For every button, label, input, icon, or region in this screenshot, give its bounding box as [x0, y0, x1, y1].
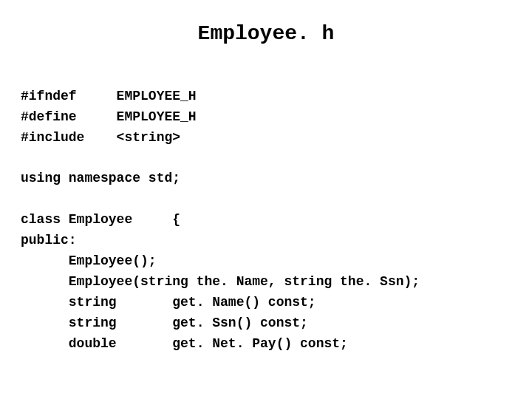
page-title: Employee. h: [21, 22, 511, 45]
code-line: class Employee {: [21, 212, 180, 227]
code-line: #include <string>: [21, 130, 180, 145]
code-line: Employee();: [21, 253, 157, 268]
code-line: #define EMPLOYEE_H: [21, 109, 197, 124]
code-line: #ifndef EMPLOYEE_H: [21, 89, 197, 103]
code-line: double get. Net. Pay() const;: [21, 336, 348, 351]
code-line: string get. Name() const;: [21, 295, 316, 310]
code-line: public:: [21, 233, 77, 248]
code-block: #ifndef EMPLOYEE_H #define EMPLOYEE_H #i…: [21, 66, 511, 375]
code-line: Employee(string the. Name, string the. S…: [21, 274, 420, 289]
code-line: string get. Ssn() const;: [21, 316, 308, 330]
slide: Employee. h #ifndef EMPLOYEE_H #define E…: [0, 0, 532, 399]
code-line: using namespace std;: [21, 171, 180, 185]
